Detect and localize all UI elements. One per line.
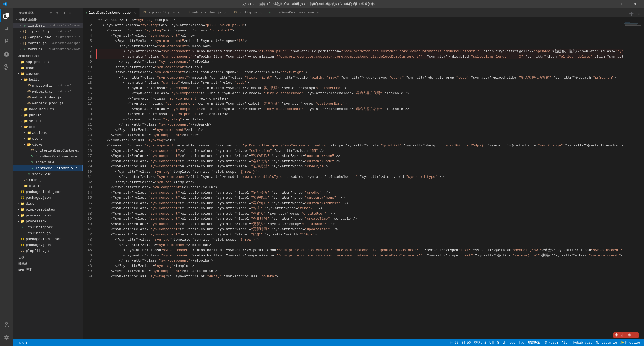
folder-src[interactable]: ▾ 📂 src [13,124,83,130]
collapse-all-icon[interactable]: ≡ [68,10,73,16]
folder-processsdk[interactable]: ▸ 📁 processsdk [13,218,83,224]
file-webpack-dev[interactable]: ▸ JS webpack.dev.js [13,94,83,100]
language-mode[interactable]: Vue [508,341,517,345]
file-eslintrc-label: .eslintrc.js [26,231,80,235]
folder-public[interactable]: ▸ 📁 public [13,112,83,118]
title-bar-left [3,2,11,6]
tab-webpack-icon: JS [186,11,190,14]
file-root-pkglock[interactable]: ▸ {} package-lock.json [13,236,83,242]
close-editor-icon2[interactable]: ✕ [18,30,23,33]
new-file-icon[interactable]: + [48,10,54,16]
open-file-path: customer\src\views [49,24,80,27]
file-form-demo[interactable]: ▸ V formDemoCustomer.vue [13,153,83,159]
file-eslintignore[interactable]: ▸ ⊙ .eslintignore [13,224,83,230]
activity-explorer[interactable] [0,9,13,22]
file-package-lock[interactable]: ▸ {} package-lock.json [13,189,83,195]
folder-node-modules[interactable]: ▸ 📁 node_modules [13,106,83,112]
prettier[interactable]: ✨ Prettier [619,341,642,345]
tabs-actions[interactable]: ➕ ≡ [626,11,644,17]
activity-debug[interactable] [0,48,13,61]
file-list-demo-customer[interactable]: ▸ V listDemoCustomer.vue [13,165,83,171]
attr-info[interactable]: Attr: kebab-case [561,341,594,345]
open-editors-label: 打开的编辑器 [18,18,80,22]
file-criteria[interactable]: ▸ JS criteriasDemoCustomer.js [13,148,83,153]
tag-info[interactable]: Tag: UNSURE [517,341,541,345]
cursor-position[interactable]: 行 63，列 50 [448,340,472,345]
folder-base[interactable]: ▸ 📁 base [13,65,83,71]
tab-mfp[interactable]: JS mfp.config.js ✕ [140,8,184,17]
npm-section[interactable]: ▸ NPM 脚本 [13,267,83,273]
open-file-mfp[interactable]: ✕ {} mfp.config.js customer\build [13,28,83,34]
open-file-config[interactable]: ✕ {} config.js customer\scripts [13,40,83,46]
open-file-config-path: customer\scripts [52,42,80,45]
close-editor-icon4[interactable]: ✕ [18,42,23,45]
file-plopfile[interactable]: ▸ JS plopfile.js [13,248,83,254]
tab-close-mfp[interactable]: ✕ [177,10,181,15]
tsconfig-info[interactable]: No tsconfig [595,341,618,345]
new-folder-icon[interactable]: + [55,10,60,16]
afcenter-section[interactable]: ▾ AFCENTER-UI [13,53,83,59]
tab-close-webpack[interactable]: ✕ [223,10,227,15]
open-file-form[interactable]: ✕ ❖ formDemoCustomer.vue customer\src\vi… [13,46,83,52]
tab-close-config[interactable]: ✕ [259,10,263,15]
close-editor-icon5[interactable]: ✕ [18,47,23,51]
tab-webpack[interactable]: JS webpack.dev.js ✕ [184,8,230,17]
tab-config[interactable]: JS config.js ✕ [230,8,266,17]
tab-formDemo[interactable]: ❖ formDemoCustomer.vue ✕ [266,8,323,17]
file-webpack-config[interactable]: ▸ JS webpack.config.js customer\build [13,89,83,94]
code-content[interactable]: <"syn-attr">class="syn-tag">template> <"… [96,17,623,339]
tab-listDemoCustomer[interactable]: ❖ listDemoCustomer.vue ✕ [83,8,140,17]
file-mfp-config[interactable]: ▸ JS mfp.config.js customer\build [13,83,83,89]
more-tabs-btn[interactable]: ≡ [635,11,642,17]
file-eslintrc[interactable]: ▸ JS .eslintrc.js [13,230,83,236]
file-main-js[interactable]: ▸ JS main.js [13,177,83,183]
ts-version[interactable]: TS 4.7.3 [542,341,559,345]
folder-customer[interactable]: ▾ 📂 customer [13,71,83,77]
outline-section[interactable]: ▸ 大纲 [13,255,83,261]
activity-settings[interactable] [0,331,13,344]
timeline-section[interactable]: ▸ 时间线 [13,261,83,267]
restore-button[interactable]: ❐ [617,0,629,8]
close-editor-icon[interactable]: ✕ [18,24,23,27]
code-line: <"syn-attr">class="syn-component">el-inp… [98,91,623,96]
folder-plop[interactable]: ▸ 📁 plop-templates [13,207,83,212]
split-editor-btn[interactable]: ➕ [628,11,634,17]
warning-count[interactable]: ⚠ △ 0 [18,339,29,346]
open-file-webpack-name: webpack.dev.js [28,35,54,39]
tab-close-listDemo[interactable]: ✕ [132,10,137,15]
folder-icon9: 📁 [20,201,25,206]
folder-build[interactable]: ▾ 📂 build [13,77,83,83]
activity-accounts[interactable] [0,318,13,331]
file-root-pkg[interactable]: ▸ {} package.json [13,242,83,248]
open-file-webpack[interactable]: ✕ {} webpack.dev.js customer\build [13,34,83,40]
activity-git[interactable] [0,35,13,48]
tab-close-formDemo[interactable]: ✕ [316,10,320,15]
indentation[interactable]: 空格: 2 [473,340,487,345]
more-icon[interactable]: ⋯ [74,10,79,16]
folder-app-process[interactable]: ▸ 📁 app-process [13,59,83,65]
open-file-listDemoCustomer[interactable]: ✕ ❖ listDemoCustomer.vue customer\src\vi… [13,23,83,28]
menu-file[interactable]: 文件(F) [240,1,256,7]
folder-store[interactable]: ▸ 📁 store [13,136,83,142]
file-package-json[interactable]: ▸ {} package.json [13,195,83,201]
folder-dist[interactable]: ▸ 📁 dist [13,201,83,207]
folder-actions[interactable]: ▸ 📁 actions [13,130,83,136]
folder-views[interactable]: ▾ 📂 views [13,142,83,148]
open-editors-section[interactable]: ▾ 打开的编辑器 [13,17,83,23]
window-controls[interactable]: — ❐ ✕ [604,0,641,8]
refresh-icon[interactable]: ↺ [61,10,67,16]
folder-static[interactable]: ▸ 📁 static [13,183,83,189]
file-webpack-prod[interactable]: ▸ JS webpack.prod.js [13,100,83,106]
file-index-vue[interactable]: ▸ V index.vue [13,159,83,165]
folder-processgraph[interactable]: ▸ 📁 processgraph [13,212,83,218]
minimize-button[interactable]: — [604,0,617,8]
close-editor-icon3[interactable]: ✕ [18,36,23,39]
folder-scripts[interactable]: ▸ 📁 scripts [13,118,83,124]
close-button[interactable]: ✕ [629,0,641,8]
encoding[interactable]: UTF-8 [488,341,500,345]
activity-search[interactable] [0,22,13,35]
line-ending[interactable]: LF [501,341,507,345]
activity-extensions[interactable] [0,61,13,73]
sidebar-actions[interactable]: + + ↺ ≡ ⋯ [48,10,79,16]
file-index-vue2[interactable]: ▸ V index.vue [13,171,83,177]
